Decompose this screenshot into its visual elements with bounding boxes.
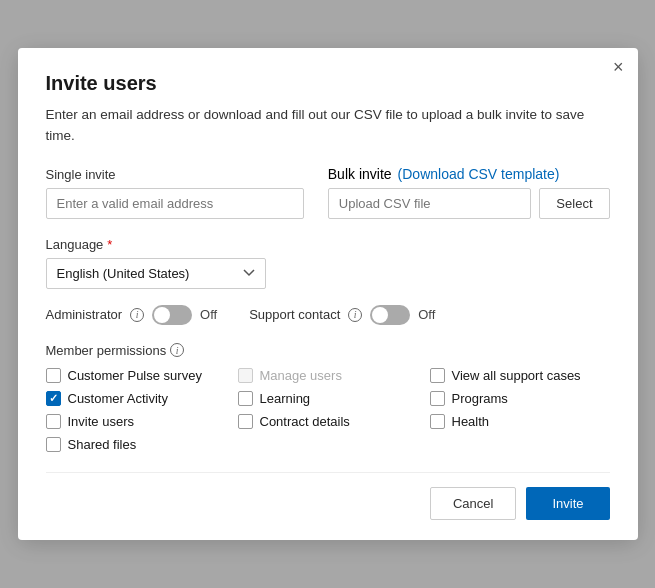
member-permissions-title: Member permissions i	[46, 343, 610, 358]
perm-programs-checkbox[interactable]	[430, 391, 445, 406]
modal-overlay: × Invite users Enter an email address or…	[0, 0, 655, 588]
administrator-toggle-thumb	[154, 307, 170, 323]
perm-shared-files-label: Shared files	[68, 437, 137, 452]
support-contact-state: Off	[418, 307, 435, 322]
perm-invite-users-label: Invite users	[68, 414, 134, 429]
perm-view-support: View all support cases	[430, 368, 610, 383]
language-label: Language *	[46, 237, 610, 252]
perm-customer-pulse-label: Customer Pulse survey	[68, 368, 202, 383]
invite-button[interactable]: Invite	[526, 487, 609, 520]
perm-health-label: Health	[452, 414, 490, 429]
support-contact-info-icon[interactable]: i	[348, 308, 362, 322]
permissions-grid: Customer Pulse survey Manage users View …	[46, 368, 610, 452]
perm-view-support-checkbox[interactable]	[430, 368, 445, 383]
select-button[interactable]: Select	[539, 188, 609, 219]
perm-learning-label: Learning	[260, 391, 311, 406]
perm-contract-details: Contract details	[238, 414, 418, 429]
support-contact-label: Support contact	[249, 307, 340, 322]
perm-invite-users: Invite users	[46, 414, 226, 429]
bulk-invite-label: Bulk invite (Download CSV template)	[328, 166, 610, 182]
administrator-toggle[interactable]	[152, 305, 192, 325]
perm-customer-activity-checkbox[interactable]: ✓	[46, 391, 61, 406]
perm-health-checkbox[interactable]	[430, 414, 445, 429]
bulk-input-row: Select	[328, 188, 610, 219]
administrator-info-icon[interactable]: i	[130, 308, 144, 322]
perm-customer-pulse-checkbox[interactable]	[46, 368, 61, 383]
perm-programs: Programs	[430, 391, 610, 406]
perm-manage-users-label: Manage users	[260, 368, 342, 383]
support-contact-toggle[interactable]	[370, 305, 410, 325]
modal-description: Enter an email address or download and f…	[46, 105, 610, 146]
modal-title: Invite users	[46, 72, 610, 95]
single-invite-section: Single invite	[46, 167, 304, 219]
perm-invite-users-checkbox[interactable]	[46, 414, 61, 429]
bulk-invite-section: Bulk invite (Download CSV template) Sele…	[328, 166, 610, 219]
bulk-invite-label-text: Bulk invite	[328, 166, 392, 182]
perm-shared-files: Shared files	[46, 437, 226, 452]
administrator-toggle-item: Administrator i Off	[46, 305, 218, 325]
perm-contract-details-label: Contract details	[260, 414, 350, 429]
single-invite-input[interactable]	[46, 188, 304, 219]
perm-view-support-label: View all support cases	[452, 368, 581, 383]
checkmark-icon: ✓	[49, 393, 58, 404]
support-contact-toggle-thumb	[372, 307, 388, 323]
administrator-label: Administrator	[46, 307, 123, 322]
perm-programs-label: Programs	[452, 391, 508, 406]
perm-learning: Learning	[238, 391, 418, 406]
modal-footer: Cancel Invite	[46, 472, 610, 520]
member-permissions-info-icon[interactable]: i	[170, 343, 184, 357]
language-select[interactable]: English (United States) French German Sp…	[46, 258, 266, 289]
cancel-button[interactable]: Cancel	[430, 487, 516, 520]
required-star: *	[107, 237, 112, 252]
perm-manage-users-checkbox	[238, 368, 253, 383]
language-field: Language * English (United States) Frenc…	[46, 237, 610, 289]
close-button[interactable]: ×	[613, 58, 624, 76]
bulk-file-input[interactable]	[328, 188, 532, 219]
invite-users-modal: × Invite users Enter an email address or…	[18, 48, 638, 540]
perm-learning-checkbox[interactable]	[238, 391, 253, 406]
perm-health: Health	[430, 414, 610, 429]
perm-customer-pulse: Customer Pulse survey	[46, 368, 226, 383]
single-invite-label: Single invite	[46, 167, 304, 182]
perm-manage-users: Manage users	[238, 368, 418, 383]
member-permissions-section: Member permissions i Customer Pulse surv…	[46, 343, 610, 452]
administrator-state: Off	[200, 307, 217, 322]
support-contact-toggle-item: Support contact i Off	[249, 305, 435, 325]
perm-shared-files-checkbox[interactable]	[46, 437, 61, 452]
download-csv-link[interactable]: (Download CSV template)	[398, 166, 560, 182]
perm-contract-details-checkbox[interactable]	[238, 414, 253, 429]
invite-inputs-row: Single invite Bulk invite (Download CSV …	[46, 166, 610, 219]
toggle-row: Administrator i Off Support contact i Of…	[46, 305, 610, 325]
perm-customer-activity: ✓ Customer Activity	[46, 391, 226, 406]
perm-customer-activity-label: Customer Activity	[68, 391, 168, 406]
